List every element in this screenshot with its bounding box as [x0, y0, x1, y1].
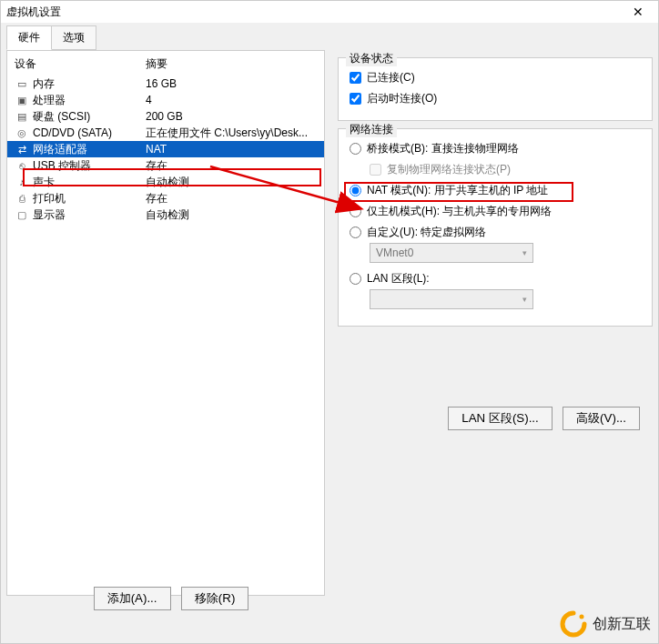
checkbox-replicate-row: 复制物理网络连接状态(P) — [370, 159, 641, 180]
device-row-memory[interactable]: ▭ 内存 16 GB — [7, 75, 324, 92]
combo-lan-segment: ▾ — [370, 289, 641, 309]
content: 设备 摘要 ▭ 内存 16 GB ▣ 处理器 4 ▤ 硬盘 (SCSI) 200… — [1, 50, 658, 596]
device-list[interactable]: ▭ 内存 16 GB ▣ 处理器 4 ▤ 硬盘 (SCSI) 200 GB ◎ … — [7, 75, 324, 223]
radio-nat[interactable] — [350, 185, 361, 196]
checkbox-connect-on-start-row[interactable]: 启动时连接(O) — [350, 88, 641, 109]
device-row-cpu[interactable]: ▣ 处理器 4 — [7, 92, 324, 108]
checkbox-connected[interactable] — [350, 72, 361, 84]
watermark-icon — [560, 610, 587, 638]
device-list-header: 设备 摘要 — [7, 51, 324, 75]
group-title-device-status: 设备状态 — [346, 51, 397, 66]
checkbox-connect-on-start[interactable] — [350, 93, 361, 105]
network-buttons: LAN 区段(S)... 高级(V)... — [444, 407, 644, 430]
group-title-network: 网络连接 — [346, 122, 397, 137]
device-row-cdrom[interactable]: ◎ CD/DVD (SATA) 正在使用文件 C:\Users\yy\Desk.… — [7, 125, 324, 141]
display-icon: ▢ — [15, 209, 29, 221]
device-row-network[interactable]: ⇄ 网络适配器 NAT — [7, 141, 324, 157]
device-row-disk[interactable]: ▤ 硬盘 (SCSI) 200 GB — [7, 108, 324, 125]
device-row-display[interactable]: ▢ 显示器 自动检测 — [7, 206, 324, 223]
tab-hardware[interactable]: 硬件 — [6, 25, 52, 50]
device-row-usb[interactable]: ⎋ USB 控制器 存在 — [7, 157, 324, 174]
radio-nat-row[interactable]: NAT 模式(N): 用于共享主机的 IP 地址 — [350, 180, 641, 201]
combo-custom-network: VMnet0 ▾ — [370, 243, 641, 263]
radio-custom[interactable] — [350, 226, 361, 238]
radio-bridge-row[interactable]: 桥接模式(B): 直接连接物理网络 — [350, 138, 641, 159]
chevron-down-icon: ▾ — [522, 295, 527, 304]
tabs: 硬件 选项 — [1, 23, 658, 50]
add-device-button[interactable]: 添加(A)... — [94, 587, 171, 610]
dropdown-lan-segment: ▾ — [370, 289, 533, 309]
memory-icon: ▭ — [15, 78, 29, 90]
watermark-text: 创新互联 — [593, 615, 651, 634]
device-row-printer[interactable]: ⎙ 打印机 存在 — [7, 190, 324, 206]
radio-bridge[interactable] — [350, 143, 361, 155]
dropdown-vmnet: VMnet0 ▾ — [370, 243, 533, 263]
sound-icon: ♪ — [15, 176, 29, 187]
checkbox-replicate — [370, 164, 381, 176]
radio-hostonly-row[interactable]: 仅主机模式(H): 与主机共享的专用网络 — [350, 201, 641, 222]
vm-settings-window: 虚拟机设置 ✕ 硬件 选项 设备 摘要 ▭ 内存 16 GB ▣ 处理器 4 — [0, 0, 659, 644]
device-list-panel: 设备 摘要 ▭ 内存 16 GB ▣ 处理器 4 ▤ 硬盘 (SCSI) 200… — [6, 50, 325, 596]
device-buttons: 添加(A)... 移除(R) — [12, 587, 330, 610]
remove-device-button[interactable]: 移除(R) — [181, 587, 249, 610]
tab-options[interactable]: 选项 — [51, 25, 96, 50]
checkbox-connected-row[interactable]: 已连接(C) — [350, 67, 641, 88]
group-device-status: 设备状态 已连接(C) 启动时连接(O) — [338, 57, 653, 121]
window-title: 虚拟机设置 — [6, 5, 61, 20]
device-row-sound[interactable]: ♪ 声卡 自动检测 — [7, 174, 324, 190]
printer-icon: ⎙ — [15, 193, 29, 204]
svg-point-1 — [580, 615, 584, 619]
col-device: 设备 — [15, 56, 146, 72]
lan-segment-button[interactable]: LAN 区段(S)... — [448, 407, 553, 430]
radio-lan-segment[interactable] — [350, 273, 361, 285]
radio-lan-segment-row[interactable]: LAN 区段(L): — [350, 268, 641, 289]
radio-custom-row[interactable]: 自定义(U): 特定虚拟网络 — [350, 222, 641, 243]
usb-icon: ⎋ — [15, 160, 29, 171]
group-network-connection: 网络连接 桥接模式(B): 直接连接物理网络 复制物理网络连接状态(P) NAT… — [338, 128, 653, 327]
chevron-down-icon: ▾ — [522, 248, 527, 257]
cpu-icon: ▣ — [15, 95, 29, 106]
network-icon: ⇄ — [15, 144, 29, 156]
col-summary: 摘要 — [146, 56, 317, 72]
radio-hostonly[interactable] — [350, 206, 361, 217]
disk-icon: ▤ — [15, 111, 29, 123]
watermark: 创新互联 — [560, 610, 651, 638]
advanced-button[interactable]: 高级(V)... — [563, 407, 640, 430]
device-details-panel: 设备状态 已连接(C) 启动时连接(O) 网络连接 桥接模式(B): 直接连接物… — [325, 50, 653, 596]
close-button[interactable]: ✕ — [624, 3, 653, 21]
cdrom-icon: ◎ — [15, 127, 29, 139]
titlebar: 虚拟机设置 ✕ — [1, 1, 658, 23]
